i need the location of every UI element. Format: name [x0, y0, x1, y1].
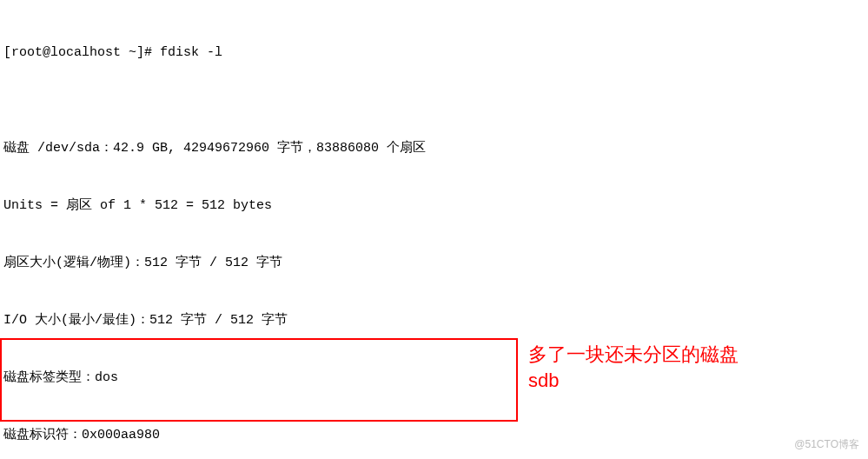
disk-line: 扇区大小(逻辑/物理)：512 字节 / 512 字节	[3, 254, 865, 273]
annotation-text: 多了一块还未分区的磁盘 sdb	[528, 342, 739, 394]
command-line: [root@localhost ~]# fdisk -l	[3, 43, 865, 63]
highlight-box	[0, 338, 518, 422]
watermark-text: @51CTO博客	[794, 435, 859, 454]
disk-line: I/O 大小(最小/最佳)：512 字节 / 512 字节	[3, 311, 865, 330]
disk-line: 磁盘 /dev/sda：42.9 GB, 42949672960 字节，8388…	[3, 139, 865, 158]
disk-line: Units = 扇区 of 1 * 512 = 512 bytes	[3, 196, 865, 216]
disk-line: 磁盘标识符：0x000aa980	[3, 426, 865, 445]
